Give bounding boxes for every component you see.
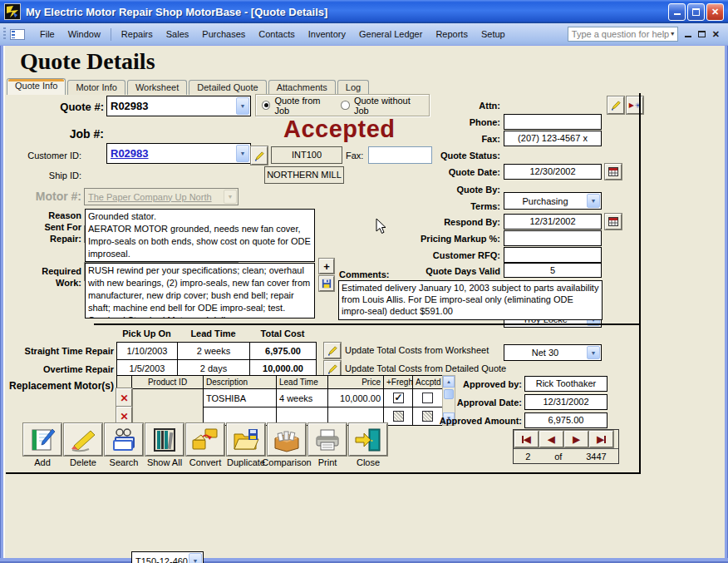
radio-quote-from-job[interactable]	[262, 101, 270, 110]
job-number-combo[interactable]: R02983 ▼	[106, 143, 251, 164]
tab-motor-info[interactable]: Motor Info	[67, 80, 125, 95]
tab-log[interactable]: Log	[337, 80, 369, 95]
freight-checkbox[interactable]	[393, 393, 404, 403]
approved-by-field[interactable]: Rick Toothaker	[524, 376, 607, 392]
menu-file[interactable]: File	[33, 26, 61, 42]
menu-reports[interactable]: Reports	[429, 26, 475, 42]
customer-code-field[interactable]: INT100	[271, 146, 342, 164]
chevron-down-icon[interactable]: ▼	[236, 97, 249, 115]
menu-inventory[interactable]: Inventory	[302, 26, 352, 42]
reason-textarea[interactable]: Grounded stator. AERATOR MOTOR grounded,…	[85, 209, 315, 262]
last-record-icon	[604, 436, 606, 443]
record-total: 3447	[586, 452, 606, 462]
print-button[interactable]	[308, 423, 347, 456]
window-maximize-button[interactable]	[687, 3, 705, 21]
menu-purchases[interactable]: Purchases	[195, 26, 252, 42]
form-icon	[10, 29, 25, 40]
replacement-motors-label: Replacement Motor(s)	[0, 380, 114, 392]
approved-amount-field[interactable]: 6,975.00	[524, 412, 607, 428]
save-comment-button[interactable]	[319, 276, 334, 291]
motor-product-id-combo[interactable]: T150-12-460-8 ▼	[131, 551, 204, 563]
edit-customer-button[interactable]	[251, 146, 268, 165]
quote-date-field[interactable]: 12/30/2002	[504, 164, 602, 180]
quote-number-combo[interactable]: R02983 ▼	[106, 96, 251, 116]
required-work-textarea[interactable]: RUSH rewind per your specifications; cle…	[85, 263, 315, 319]
menu-setup[interactable]: Setup	[475, 26, 512, 42]
approval-date-field[interactable]: 12/31/2002	[524, 394, 607, 410]
show-all-button[interactable]	[145, 423, 184, 456]
mdi-close-icon[interactable]: ✕	[712, 30, 720, 38]
customer-rfq-label: Customer RFQ:	[399, 250, 500, 260]
chevron-down-icon[interactable]: ▼	[236, 145, 249, 162]
mdi-minimize-icon[interactable]	[685, 31, 691, 37]
menu-general-ledger[interactable]: General Ledger	[352, 26, 429, 42]
respond-by-calendar-button[interactable]	[605, 214, 622, 230]
attn-combo[interactable]: Purchasing ▼	[504, 192, 602, 210]
comments-label: Comments:	[339, 269, 397, 279]
chevron-down-icon[interactable]: ▼	[189, 553, 202, 563]
tab-attachments[interactable]: Attachments	[268, 80, 336, 95]
menu-contacts[interactable]: Contacts	[252, 26, 301, 42]
respond-by-field[interactable]: 12/31/2002	[504, 214, 602, 230]
phone-field[interactable]	[504, 114, 602, 130]
window-close-button[interactable]: ✕	[706, 3, 724, 21]
required-work-label-line2: Work:	[0, 278, 81, 288]
record-of-label: of	[554, 452, 562, 462]
delete-motor-row-button[interactable]: ✕	[116, 388, 132, 407]
next-record-button[interactable]: ▶	[564, 431, 588, 447]
add-button[interactable]	[23, 423, 61, 456]
horizontal-divider	[94, 323, 640, 325]
previous-record-button[interactable]: ◀	[539, 431, 563, 447]
tab-worksheet[interactable]: Worksheet	[127, 80, 187, 95]
terms-combo[interactable]: Net 30 ▼	[504, 344, 602, 361]
radio-quote-without-job[interactable]	[341, 101, 349, 110]
comments-textarea[interactable]: Estimated delivery January 10, 2003 subj…	[338, 280, 603, 320]
pricing-markup-field[interactable]	[504, 230, 602, 246]
customer-id-combo: The Paper Company Up North ▼	[84, 188, 239, 205]
straight-lead-cell[interactable]: 2 weeks	[177, 342, 250, 360]
close-icon: ✕	[711, 7, 719, 17]
menu-repairs[interactable]: Repairs	[115, 26, 160, 42]
tab-detailed-quote[interactable]: Detailed Quote	[189, 80, 266, 95]
motor-price-cell[interactable]: 10,000.00	[327, 388, 384, 407]
ship-code-field[interactable]: NORTHERN MILL	[264, 166, 344, 184]
menu-sales[interactable]: Sales	[160, 26, 196, 42]
help-search-input[interactable]: Type a question for help ▼	[568, 27, 678, 42]
update-from-worksheet-button[interactable]	[324, 343, 341, 358]
motor-lead-time-cell[interactable]: 4 weeks	[276, 388, 328, 407]
quote-date-calendar-button[interactable]	[605, 164, 622, 180]
pencil-icon	[327, 345, 338, 356]
motors-header-description: Description	[203, 375, 277, 389]
fax-field[interactable]: (207) 123-4567 x	[504, 131, 602, 146]
reason-label-line1: Reason	[0, 210, 81, 220]
menu-window[interactable]: Window	[61, 26, 107, 42]
window-minimize-button[interactable]	[668, 3, 686, 21]
convert-button[interactable]	[186, 423, 224, 456]
toolbar-drag-handle[interactable]	[3, 27, 6, 41]
mdi-restore-icon[interactable]	[698, 31, 706, 37]
quote-number-label: Quote #:	[17, 101, 104, 113]
last-record-button[interactable]: ▶	[589, 431, 613, 447]
close-button[interactable]	[349, 423, 387, 456]
tab-quote-info[interactable]: Quote Info	[7, 78, 66, 95]
quote-days-valid-label: Quote Days Valid	[399, 266, 500, 276]
customer-rfq-field[interactable]	[504, 247, 602, 263]
straight-pickup-cell[interactable]: 1/10/2003	[116, 342, 178, 360]
search-button[interactable]	[105, 423, 143, 456]
chevron-down-icon[interactable]: ▼	[670, 27, 676, 41]
menu-separator	[111, 28, 111, 41]
job-number-link[interactable]: R02983	[111, 144, 235, 163]
comparison-button[interactable]	[268, 423, 306, 456]
update-from-worksheet-label: Update Total Costs from Worksheet	[345, 345, 489, 355]
chevron-down-icon[interactable]: ▼	[587, 194, 600, 208]
edit-contact-button[interactable]	[607, 96, 624, 114]
delete-button[interactable]	[64, 423, 102, 456]
duplicate-button[interactable]	[227, 423, 265, 456]
chevron-down-icon[interactable]: ▼	[587, 346, 600, 359]
add-comment-button[interactable]: +	[319, 259, 334, 274]
new-contact-button[interactable]: ▶✳	[627, 96, 643, 114]
straight-cost-cell[interactable]: 6,975.00	[249, 342, 317, 360]
motor-description-cell[interactable]: TOSHIBA	[203, 388, 277, 407]
quote-days-valid-field[interactable]: 5	[504, 263, 602, 278]
first-record-button[interactable]: ◀	[514, 431, 539, 447]
